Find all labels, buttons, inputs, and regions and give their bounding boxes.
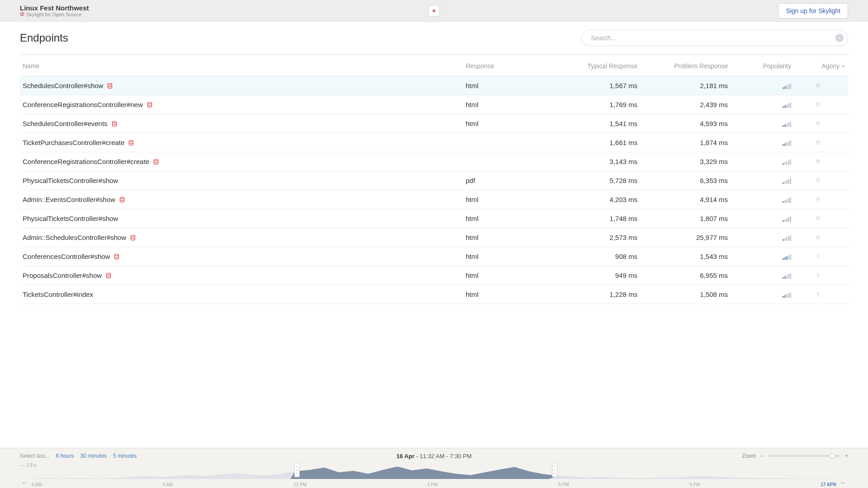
typical-response: 5,728 ms [547,177,637,184]
response-type: html [466,101,547,108]
database-icon [107,83,113,89]
logo[interactable] [428,5,440,17]
page-title: Endpoints [20,32,68,44]
problem-response: 1,874 ms [637,139,728,146]
table-row[interactable]: SchedulesController#eventshtml1,541 ms4,… [20,114,848,133]
database-icon [128,140,134,146]
table-row[interactable]: SchedulesController#showhtml1,567 ms2,18… [20,76,848,95]
table-row[interactable]: TicketsController#indexhtml1,228 ms1,508… [20,285,848,304]
typical-response: 1,228 ms [547,291,637,298]
agony-value: ! [791,253,845,260]
svg-point-3 [147,102,151,104]
table-header: Name Response Typical Response Problem R… [20,54,848,76]
col-name[interactable]: Name [23,62,466,70]
agony-value: !! [791,177,845,184]
response-type: html [466,196,547,203]
database-icon [153,159,159,165]
table-body: SchedulesController#showhtml1,567 ms2,18… [20,76,848,304]
popularity-bars [728,253,791,260]
table-row[interactable]: ProposalsController#showhtml949 ms6,955 … [20,266,848,285]
problem-response: 4,593 ms [637,120,728,127]
response-type: html [466,234,547,241]
table-row[interactable]: Admin::EventsController#showhtml4,203 ms… [20,190,848,209]
endpoint-name: TicketsController#index [23,291,466,298]
svg-point-1 [434,10,434,11]
problem-response: 2,181 ms [637,82,728,89]
typical-response: 949 ms [547,272,637,279]
popularity-bars [728,196,791,203]
table-row[interactable]: PhysicalTicketsController#showpdf5,728 m… [20,171,848,190]
response-type: pdf [466,177,547,184]
table-row[interactable]: TicketPurchasesController#create1,661 ms… [20,133,848,152]
col-agony[interactable]: Agony [791,62,845,70]
popularity-bars [728,215,791,222]
search-input[interactable] [581,30,848,46]
endpoint-name-text: ProposalsController#show [23,272,102,279]
response-type: html [466,215,547,222]
typical-response: 4,203 ms [547,196,637,203]
typical-response: 3,143 ms [547,158,637,165]
app-subtitle-text: Skylight for Open Source [26,12,81,17]
agony-value: ! [791,291,845,298]
typical-response: 2,573 ms [547,234,637,241]
typical-response: 1,541 ms [547,120,637,127]
problem-response: 6,353 ms [637,177,728,184]
endpoint-name: ConferencesController#show [23,253,466,260]
app-header: Linux Fest Northwest Skylight for Open S… [0,0,868,22]
app-subtitle: Skylight for Open Source [20,12,89,17]
globe-icon [20,12,24,17]
endpoint-name: Admin::EventsController#show [23,196,466,203]
popularity-bars [728,158,791,165]
table-row[interactable]: ConferencesController#showhtml908 ms1,54… [20,247,848,266]
table-row[interactable]: PhysicalTicketsController#showhtml1,748 … [20,209,848,228]
agony-value: !! [791,139,845,146]
search-clear-icon[interactable]: × [835,34,844,42]
header-left: Linux Fest Northwest Skylight for Open S… [20,4,89,17]
col-problem[interactable]: Problem Response [637,62,728,70]
response-type: html [466,291,547,298]
endpoint-name-text: TicketsController#index [23,291,93,298]
problem-response: 6,955 ms [637,272,728,279]
endpoint-name: SchedulesController#events [23,120,466,127]
agony-value: !! [791,196,845,203]
typical-response: 908 ms [547,253,637,260]
col-typical[interactable]: Typical Response [547,62,637,70]
agony-value: !! [791,234,845,241]
typical-response: 1,661 ms [547,139,637,146]
problem-response: 4,914 ms [637,196,728,203]
signup-button[interactable]: Sign up for Skylight [778,3,848,19]
response-type: html [466,253,547,260]
agony-value: !! [791,101,845,108]
col-popularity[interactable]: Popularity [728,62,791,70]
table-row[interactable]: ConferenceRegistrationsController#newhtm… [20,95,848,114]
chevron-down-icon [841,62,845,70]
endpoint-name-text: Admin::SchedulesController#show [23,234,126,241]
svg-point-10 [107,273,111,275]
response-type: html [466,272,547,279]
problem-response: 2,439 ms [637,101,728,108]
endpoint-name-text: TicketPurchasesController#create [23,139,124,146]
table-row[interactable]: Admin::SchedulesController#showhtml2,573… [20,228,848,247]
col-agony-label: Agony [821,62,840,70]
database-icon [113,253,120,260]
agony-value: !! [791,82,845,89]
table-row[interactable]: ConferenceRegistrationsController#create… [20,152,848,171]
endpoint-name-text: ConferencesController#show [23,253,110,260]
popularity-bars [728,101,791,108]
database-icon [119,197,125,203]
endpoint-name-text: SchedulesController#show [23,82,103,89]
problem-response: 3,329 ms [637,158,728,165]
endpoint-name: PhysicalTicketsController#show [23,215,466,222]
svg-point-6 [154,159,158,161]
popularity-bars [728,234,791,241]
endpoint-name-text: SchedulesController#events [23,120,108,127]
endpoint-name-text: PhysicalTicketsController#show [23,215,118,222]
response-type: html [466,120,547,127]
endpoint-name: ConferenceRegistrationsController#create [23,158,466,165]
svg-point-9 [115,254,119,256]
problem-response: 1,543 ms [637,253,728,260]
svg-point-5 [129,140,133,142]
agony-value: !! [791,158,845,165]
col-response[interactable]: Response [466,62,547,70]
agony-value: !! [791,120,845,127]
